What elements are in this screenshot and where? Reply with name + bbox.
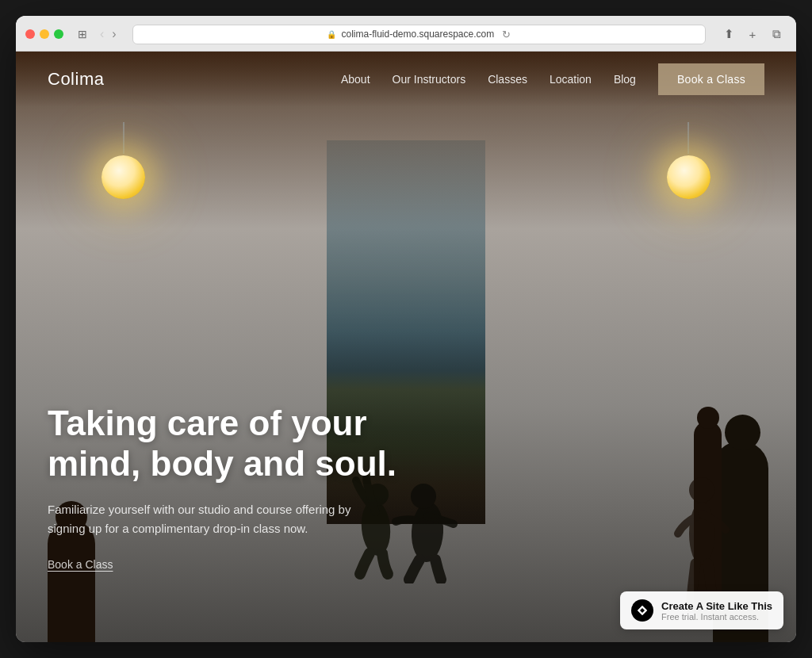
tabs-icon[interactable]: ⧉: [766, 24, 787, 44]
dot-minimize[interactable]: [40, 29, 49, 39]
browser-dots: [25, 29, 63, 39]
browser-window: ⊞ ‹ › 🔒 colima-fluid-demo.squarespace.co…: [16, 16, 796, 642]
svg-point-4: [689, 477, 714, 503]
nav-blog[interactable]: Blog: [614, 73, 636, 86]
browser-controls: ⊞ ‹ ›: [73, 25, 120, 44]
browser-chrome: ⊞ ‹ › 🔒 colima-fluid-demo.squarespace.co…: [16, 16, 796, 52]
address-bar[interactable]: 🔒 colima-fluid-demo.squarespace.com ↻: [132, 25, 706, 44]
nav-about[interactable]: About: [341, 73, 370, 86]
nav-location[interactable]: Location: [550, 73, 592, 86]
pendant-cord-left: [123, 122, 124, 154]
squarespace-badge-text: Create A Site Like This Free trial. Inst…: [661, 600, 772, 622]
url-text: colima-fluid-demo.squarespace.com: [341, 29, 494, 40]
navbar: Colima About Our Instructors Classes Loc…: [16, 52, 796, 107]
browser-actions: ⬆ + ⧉: [718, 24, 787, 44]
squarespace-logo-icon: [631, 599, 653, 622]
hero-subtitle: Familiarize yourself with our studio and…: [48, 500, 365, 538]
share-icon[interactable]: ⬆: [718, 24, 739, 44]
sidebar-toggle-icon[interactable]: ⊞: [73, 25, 92, 44]
nav-arrows: ‹ ›: [97, 25, 120, 43]
hero-content: Taking care of your mind, body and soul.…: [48, 404, 428, 571]
nav-classes[interactable]: Classes: [488, 73, 527, 86]
badge-sub-text: Free trial. Instant access.: [661, 612, 772, 622]
pendant-light-left: [102, 122, 145, 199]
refresh-icon[interactable]: ↻: [502, 29, 511, 40]
lock-icon: 🔒: [327, 30, 336, 39]
forward-arrow-icon[interactable]: ›: [109, 25, 119, 43]
pendant-light-right: [667, 122, 710, 199]
pendant-cord-right: [688, 122, 689, 154]
pendant-globe-left: [102, 155, 145, 199]
book-class-nav-button[interactable]: Book a Class: [658, 63, 764, 95]
site-logo[interactable]: Colima: [48, 69, 104, 90]
back-arrow-icon[interactable]: ‹: [97, 25, 107, 43]
badge-main-text: Create A Site Like This: [661, 600, 772, 612]
nav-instructors[interactable]: Our Instructors: [393, 73, 466, 86]
nav-links-group: About Our Instructors Classes Location B…: [341, 63, 764, 95]
pendant-globe-right: [667, 155, 710, 199]
hero-title: Taking care of your mind, body and soul.: [48, 404, 428, 484]
squarespace-badge[interactable]: Create A Site Like This Free trial. Inst…: [620, 591, 783, 629]
book-class-hero-link[interactable]: Book a Class: [48, 558, 113, 571]
new-tab-icon[interactable]: +: [742, 24, 763, 44]
dot-fullscreen[interactable]: [54, 29, 63, 39]
website-content: Colima About Our Instructors Classes Loc…: [16, 52, 796, 642]
dot-close[interactable]: [25, 29, 35, 39]
